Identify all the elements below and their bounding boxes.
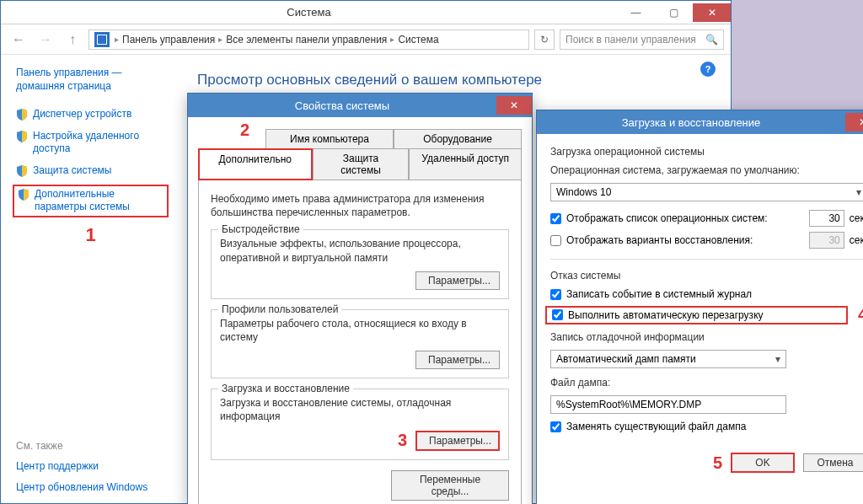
search-input[interactable]: Поиск в панели управления 🔍: [560, 29, 724, 50]
tab-advanced[interactable]: Дополнительно: [198, 148, 313, 180]
startup-recovery-settings-button[interactable]: Параметры...: [415, 431, 500, 451]
ok-button[interactable]: OK: [731, 453, 795, 473]
marker-1: 1: [16, 224, 165, 246]
dump-file-input[interactable]: %SystemRoot%\MEMORY.DMP: [550, 395, 786, 414]
profiles-group: Профили пользователей Параметры рабочего…: [211, 309, 509, 378]
dialog-titlebar: Свойства системы: [188, 94, 532, 117]
tab-hardware[interactable]: Оборудование: [394, 129, 522, 149]
default-os-select[interactable]: Windows 10: [550, 183, 863, 201]
write-event-checkbox[interactable]: Записать событие в системный журнал: [550, 288, 752, 300]
breadcrumb[interactable]: ▸ Панель управления▸ Все элементы панели…: [88, 29, 529, 50]
admin-note: Необходимо иметь права администратора дл…: [211, 192, 509, 219]
cancel-button[interactable]: Отмена: [803, 453, 863, 472]
shield-icon: [16, 131, 28, 142]
tab-system-protection[interactable]: Защита системы: [313, 148, 410, 180]
tab-remote[interactable]: Удаленный доступ: [409, 148, 522, 180]
address-bar: ← → ↑ ▸ Панель управления▸ Все элементы …: [1, 24, 731, 55]
search-icon: 🔍: [705, 34, 718, 46]
system-properties-dialog: Свойства системы 2 Имя компьютера Оборуд…: [187, 93, 533, 504]
recovery-time-input: [809, 232, 844, 249]
overwrite-dump-checkbox[interactable]: Заменять существующий файл дампа: [550, 421, 746, 432]
sidebar-item-windows-update[interactable]: Центр обновления Windows: [16, 481, 165, 495]
shield-icon: [16, 109, 28, 121]
shield-icon: [18, 189, 29, 201]
page-title: Просмотр основных сведений о вашем компь…: [197, 72, 707, 88]
marker-2: 2: [240, 121, 249, 140]
startup-recovery-group: Загрузка и восстановление Загрузка и вос…: [211, 389, 509, 459]
debug-info-select[interactable]: Автоматический дамп памяти: [550, 350, 786, 368]
dialog-titlebar: Загрузка и восстановление: [537, 110, 863, 134]
show-os-list-checkbox[interactable]: Отображать список операционных систем:: [550, 212, 768, 224]
help-icon[interactable]: ?: [700, 62, 716, 77]
control-panel-icon: [94, 32, 110, 47]
back-button[interactable]: ←: [8, 29, 29, 51]
failure-group: Отказ системы Записать событие в системн…: [550, 270, 863, 432]
titlebar: Система: [1, 1, 731, 24]
marker-3: 3: [398, 431, 407, 450]
window-title: Система: [1, 6, 617, 19]
startup-recovery-dialog: Загрузка и восстановление Загрузка опера…: [536, 110, 863, 504]
profiles-settings-button[interactable]: Параметры...: [415, 351, 500, 369]
sidebar-item-device-manager[interactable]: Диспетчер устройств: [16, 108, 165, 121]
marker-4: 4: [858, 305, 863, 324]
sidebar-item-remote-settings[interactable]: Настройка удаленного доступа: [16, 130, 165, 156]
close-button[interactable]: [496, 96, 532, 115]
boot-group: Загрузка операционной системы Операционн…: [550, 146, 863, 249]
forward-button[interactable]: →: [35, 29, 56, 51]
sidebar-item-action-center[interactable]: Центр поддержки: [16, 460, 165, 474]
os-list-time-input[interactable]: [809, 210, 844, 227]
maximize-button[interactable]: [655, 3, 693, 22]
close-button[interactable]: [845, 113, 863, 131]
tab-body: Необходимо иметь права администратора дл…: [198, 180, 522, 504]
sidebar-item-advanced-system[interactable]: Дополнительные параметры системы: [18, 188, 163, 214]
sidebar: Панель управления — домашняя страница Ди…: [1, 55, 174, 503]
tab-computer-name[interactable]: Имя компьютера: [265, 129, 394, 149]
minimize-button[interactable]: [617, 3, 655, 22]
performance-group: Быстродействие Визуальные эффекты, испол…: [211, 229, 509, 298]
show-recovery-checkbox[interactable]: Отображать варианты восстановления:: [550, 234, 753, 246]
sidebar-header[interactable]: Панель управления — домашняя страница: [16, 67, 165, 93]
close-button[interactable]: [693, 3, 731, 22]
performance-settings-button[interactable]: Параметры...: [415, 271, 500, 290]
auto-restart-checkbox[interactable]: Выполнить автоматическую перезагрузку: [552, 309, 841, 321]
marker-5: 5: [713, 453, 722, 473]
refresh-button[interactable]: ↻: [534, 29, 555, 50]
sidebar-item-system-protection[interactable]: Защита системы: [16, 164, 165, 178]
up-button[interactable]: ↑: [62, 29, 83, 51]
shield-icon: [16, 165, 28, 177]
see-also-label: См. также: [16, 440, 165, 452]
environment-variables-button[interactable]: Переменные среды...: [391, 470, 509, 501]
